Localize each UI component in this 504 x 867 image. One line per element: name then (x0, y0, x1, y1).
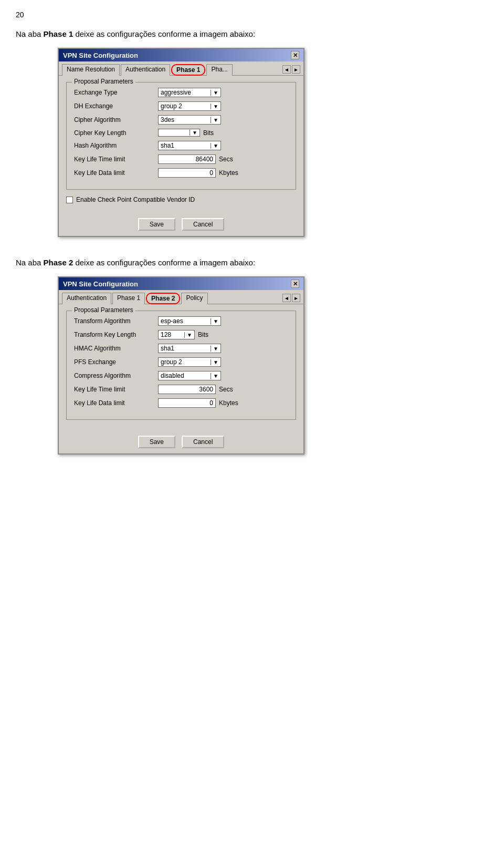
checkbox-vendor-id-label: Enable Check Point Compatible Vendor ID (76, 196, 195, 203)
control-cipher-key-length: ▼ Bits (158, 129, 214, 137)
select2-hmac-algorithm-value: sha1 (161, 345, 174, 352)
control-key-life-time: 86400 Secs (158, 154, 233, 164)
select-cipher-algorithm[interactable]: 3des ▼ (158, 115, 221, 125)
select-dh-exchange-value: group 2 (161, 102, 182, 110)
input2-key-life-data[interactable]: 0 (158, 398, 216, 408)
dialog2-tabs: Authentication Phase 1 Phase 2 Policy ◄ … (59, 290, 303, 304)
label2-transform-algorithm: Transform Algorithm (74, 317, 158, 325)
tab2-phase1[interactable]: Phase 1 (112, 293, 145, 304)
input-key-life-data[interactable]: 0 (158, 168, 216, 178)
unit2-transform-key-length: Bits (198, 331, 208, 338)
control2-key-life-data: 0 Kbytes (158, 398, 238, 408)
field-exchange-type: Exchange Type aggressive ▼ (74, 88, 288, 97)
select-dh-exchange-arrow: ▼ (211, 104, 218, 109)
label2-pfs-exchange: PFS Exchange (74, 358, 158, 366)
control2-pfs-exchange: group 2 ▼ (158, 357, 221, 367)
label-cipher-key-length: Cipher Key Length (74, 129, 158, 137)
dialog1-cancel-button[interactable]: Cancel (182, 218, 224, 231)
dialog1-content: Proposal Parameters Exchange Type aggres… (59, 76, 303, 215)
input-key-life-time[interactable]: 86400 (158, 154, 216, 164)
select2-transform-algorithm-arrow: ▼ (211, 318, 218, 324)
label-key-life-data: Key Life Data limit (74, 169, 158, 177)
tab2-policy[interactable]: Policy (181, 293, 207, 304)
select2-compress-algorithm[interactable]: disabled ▼ (158, 371, 221, 380)
select2-pfs-exchange[interactable]: group 2 ▼ (158, 357, 221, 367)
label2-key-life-data: Key Life Data limit (74, 399, 158, 407)
select-exchange-type-arrow: ▼ (211, 90, 218, 96)
instruction1: Na aba Phase 1 deixe as configurações co… (16, 29, 488, 38)
tab1-name-resolution[interactable]: Name Resolution (62, 64, 120, 76)
dialog2-close-button[interactable]: ✕ (291, 280, 299, 288)
dialog1-footer: Save Cancel (59, 215, 303, 236)
select2-pfs-exchange-arrow: ▼ (211, 359, 218, 365)
unit2-key-life-time: Secs (219, 386, 233, 393)
field-cipher-algorithm: Cipher Algorithm 3des ▼ (74, 115, 288, 125)
instruction2: Na aba Phase 2 deixe as configurações co… (16, 258, 488, 267)
select2-hmac-algorithm-arrow: ▼ (211, 346, 218, 352)
select-hash-algorithm-arrow: ▼ (211, 143, 218, 149)
control2-transform-key-length: 128 ▼ Bits (158, 330, 208, 339)
tab1-phase-more[interactable]: Pha... (206, 64, 232, 76)
instruction2-bold: Phase 2 (44, 258, 74, 267)
control-cipher-algorithm: 3des ▼ (158, 115, 221, 125)
select2-transform-key-length-arrow: ▼ (184, 332, 192, 338)
select-dh-exchange[interactable]: group 2 ▼ (158, 101, 221, 111)
select2-compress-algorithm-arrow: ▼ (211, 373, 218, 379)
label-dh-exchange: DH Exchange (74, 102, 158, 110)
dialog2-content: Proposal Parameters Transform Algorithm … (59, 304, 303, 432)
dialog2-group-title: Proposal Parameters (72, 306, 135, 314)
field2-transform-key-length: Transform Key Length 128 ▼ Bits (74, 330, 288, 339)
tab1-right-arrow[interactable]: ► (292, 65, 300, 74)
label2-transform-key-length: Transform Key Length (74, 331, 158, 338)
select2-compress-algorithm-value: disabled (161, 372, 184, 379)
select2-pfs-exchange-value: group 2 (161, 358, 182, 366)
select-cipher-key-length[interactable]: ▼ (158, 129, 200, 137)
dialog2-save-button[interactable]: Save (138, 436, 175, 448)
control-key-life-data: 0 Kbytes (158, 168, 238, 178)
tab1-phase1[interactable]: Phase 1 (171, 64, 205, 76)
checkbox-vendor-id[interactable] (66, 197, 73, 203)
instruction1-before: Na aba (16, 29, 44, 38)
dialog1-group-box: Proposal Parameters Exchange Type aggres… (66, 82, 296, 190)
field2-transform-algorithm: Transform Algorithm esp-aes ▼ (74, 316, 288, 326)
tab2-left-arrow[interactable]: ◄ (282, 294, 291, 302)
field2-compress-algorithm: Compress Algorithm disabled ▼ (74, 371, 288, 380)
dialog2-cancel-button[interactable]: Cancel (182, 436, 224, 448)
select-cipher-algorithm-value: 3des (161, 116, 174, 123)
field-dh-exchange: DH Exchange group 2 ▼ (74, 101, 288, 111)
dialog2-group-box: Proposal Parameters Transform Algorithm … (66, 311, 296, 420)
control2-compress-algorithm: disabled ▼ (158, 371, 221, 380)
label-hash-algorithm: Hash Algorithm (74, 142, 158, 149)
tab1-authentication[interactable]: Authentication (121, 64, 170, 76)
dialog1-save-button[interactable]: Save (138, 218, 175, 231)
dialog1-tabs: Name Resolution Authentication Phase 1 P… (59, 61, 303, 76)
select-hash-algorithm-value: sha1 (161, 142, 174, 149)
input2-key-life-time[interactable]: 3600 (158, 385, 216, 394)
select2-transform-algorithm[interactable]: esp-aes ▼ (158, 316, 221, 326)
tab2-phase2[interactable]: Phase 2 (146, 293, 180, 304)
tab1-left-arrow[interactable]: ◄ (282, 65, 291, 74)
dialog1-title: VPN Site Configuration (63, 51, 138, 59)
select2-transform-key-length[interactable]: 128 ▼ (158, 330, 195, 339)
tab2-right-arrow[interactable]: ► (292, 294, 300, 302)
label-key-life-time: Key Life Time limit (74, 156, 158, 163)
label2-hmac-algorithm: HMAC Algorithm (74, 345, 158, 352)
checkbox-row-vendor-id: Enable Check Point Compatible Vendor ID (66, 196, 296, 203)
field2-key-life-data: Key Life Data limit 0 Kbytes (74, 398, 288, 408)
select-exchange-type-value: aggressive (161, 89, 191, 96)
tab2-nav-arrows: ◄ ► (282, 292, 300, 304)
label2-key-life-time: Key Life Time limit (74, 386, 158, 393)
select-hash-algorithm[interactable]: sha1 ▼ (158, 141, 221, 150)
tab2-authentication[interactable]: Authentication (62, 293, 111, 304)
dialog1-close-button[interactable]: ✕ (291, 51, 299, 59)
page-number: 20 (16, 11, 488, 19)
dialog2-title: VPN Site Configuration (63, 280, 138, 288)
select2-hmac-algorithm[interactable]: sha1 ▼ (158, 344, 221, 353)
field-cipher-key-length: Cipher Key Length ▼ Bits (74, 129, 288, 137)
control2-hmac-algorithm: sha1 ▼ (158, 344, 221, 353)
select-exchange-type[interactable]: aggressive ▼ (158, 88, 221, 97)
control2-transform-algorithm: esp-aes ▼ (158, 316, 221, 326)
control2-key-life-time: 3600 Secs (158, 385, 233, 394)
label2-compress-algorithm: Compress Algorithm (74, 372, 158, 379)
field-hash-algorithm: Hash Algorithm sha1 ▼ (74, 141, 288, 150)
